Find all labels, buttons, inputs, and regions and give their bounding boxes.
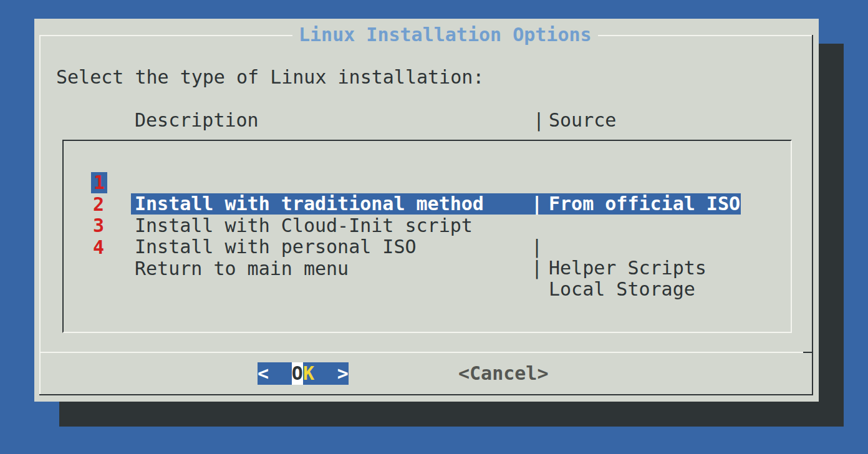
ok-spacer: [269, 362, 280, 385]
dialog-border-right: [812, 35, 813, 395]
column-header-source: Source: [549, 110, 616, 131]
ok-spacer: [281, 362, 292, 385]
ok-spacer: [326, 362, 337, 385]
menu-item-separator: |: [531, 236, 542, 258]
menu-item-selected[interactable]: 1 Install with traditional method|From o…: [64, 151, 791, 172]
terminal-screen: Linux Installation Options Select the ty…: [0, 0, 868, 454]
cancel-button[interactable]: <Cancel>: [458, 362, 549, 385]
menu-item[interactable]: 2 Install with Cloud-Init script | Helpe…: [64, 173, 791, 194]
ok-left-bracket: <: [258, 362, 269, 385]
dialog-border-left: [39, 35, 41, 395]
menu-item-source: Local Storage: [549, 279, 695, 300]
menu-item-description: Install with personal ISO: [135, 236, 417, 258]
menu-item-description: Return to main menu: [135, 258, 349, 279]
button-separator-line: [41, 352, 812, 353]
ok-hotkey-char: K: [303, 362, 314, 385]
ok-button[interactable]: < O K >: [258, 362, 349, 385]
button-separator-end: [803, 352, 812, 353]
dialog-border-bottom: [39, 394, 813, 395]
menu-listbox: 1 Install with traditional method|From o…: [62, 140, 792, 333]
menu-item-source: Helper Scripts: [549, 258, 706, 279]
menu-item-tag: 4: [92, 237, 105, 258]
column-header-separator: |: [533, 110, 544, 131]
ok-spacer: [314, 362, 326, 385]
message-text: Select the type of Linux installation:: [56, 67, 484, 88]
menu-item[interactable]: 3 Install with personal ISO | Local Stor…: [64, 194, 791, 215]
menu-item[interactable]: 4 Return to main menu: [64, 216, 791, 237]
menu-item-separator: |: [531, 258, 542, 279]
ok-cursor-char: O: [292, 362, 303, 385]
column-header-description: Description: [135, 110, 259, 131]
ok-right-bracket: >: [337, 362, 349, 385]
dialog-window: Linux Installation Options Select the ty…: [34, 19, 819, 402]
dialog-title: Linux Installation Options: [292, 24, 598, 46]
